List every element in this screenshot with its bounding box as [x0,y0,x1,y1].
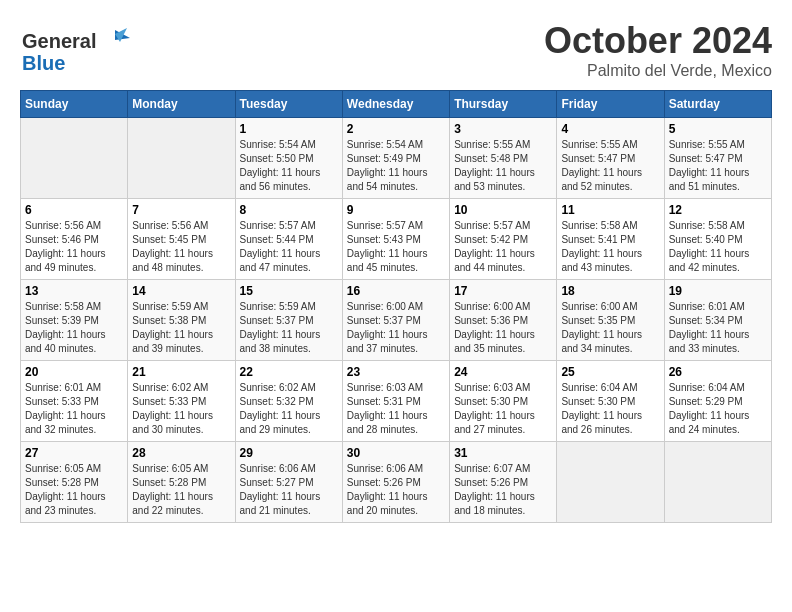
day-info: Sunrise: 5:55 AMSunset: 5:48 PMDaylight:… [454,138,552,194]
week-row-3: 13Sunrise: 5:58 AMSunset: 5:39 PMDayligh… [21,280,772,361]
weekday-header-thursday: Thursday [450,91,557,118]
day-cell: 23Sunrise: 6:03 AMSunset: 5:31 PMDayligh… [342,361,449,442]
day-cell: 29Sunrise: 6:06 AMSunset: 5:27 PMDayligh… [235,442,342,523]
day-info: Sunrise: 5:55 AMSunset: 5:47 PMDaylight:… [669,138,767,194]
day-cell: 3Sunrise: 5:55 AMSunset: 5:48 PMDaylight… [450,118,557,199]
day-info: Sunrise: 6:05 AMSunset: 5:28 PMDaylight:… [25,462,123,518]
day-number: 2 [347,122,445,136]
day-info: Sunrise: 6:04 AMSunset: 5:30 PMDaylight:… [561,381,659,437]
day-info: Sunrise: 6:00 AMSunset: 5:37 PMDaylight:… [347,300,445,356]
day-cell [557,442,664,523]
day-number: 15 [240,284,338,298]
week-row-4: 20Sunrise: 6:01 AMSunset: 5:33 PMDayligh… [21,361,772,442]
day-number: 25 [561,365,659,379]
day-info: Sunrise: 6:06 AMSunset: 5:27 PMDaylight:… [240,462,338,518]
svg-text:General: General [22,30,96,52]
svg-marker-3 [115,28,127,42]
location: Palmito del Verde, Mexico [544,62,772,80]
day-number: 7 [132,203,230,217]
day-number: 3 [454,122,552,136]
day-number: 14 [132,284,230,298]
day-number: 4 [561,122,659,136]
day-cell: 7Sunrise: 5:56 AMSunset: 5:45 PMDaylight… [128,199,235,280]
title-area: October 2024 Palmito del Verde, Mexico [544,20,772,80]
day-cell: 6Sunrise: 5:56 AMSunset: 5:46 PMDaylight… [21,199,128,280]
day-info: Sunrise: 6:03 AMSunset: 5:30 PMDaylight:… [454,381,552,437]
day-info: Sunrise: 6:02 AMSunset: 5:33 PMDaylight:… [132,381,230,437]
day-number: 22 [240,365,338,379]
calendar-table: SundayMondayTuesdayWednesdayThursdayFrid… [20,90,772,523]
logo: General Blue [20,20,130,75]
day-info: Sunrise: 6:00 AMSunset: 5:36 PMDaylight:… [454,300,552,356]
day-info: Sunrise: 6:00 AMSunset: 5:35 PMDaylight:… [561,300,659,356]
day-number: 29 [240,446,338,460]
day-info: Sunrise: 6:05 AMSunset: 5:28 PMDaylight:… [132,462,230,518]
day-number: 18 [561,284,659,298]
week-row-1: 1Sunrise: 5:54 AMSunset: 5:50 PMDaylight… [21,118,772,199]
day-cell: 5Sunrise: 5:55 AMSunset: 5:47 PMDaylight… [664,118,771,199]
day-number: 6 [25,203,123,217]
day-cell: 8Sunrise: 5:57 AMSunset: 5:44 PMDaylight… [235,199,342,280]
day-number: 1 [240,122,338,136]
day-number: 27 [25,446,123,460]
day-cell: 15Sunrise: 5:59 AMSunset: 5:37 PMDayligh… [235,280,342,361]
header: General Blue October 2024 Palmito del Ve… [20,20,772,80]
svg-text:Blue: Blue [22,52,65,74]
day-number: 23 [347,365,445,379]
day-cell [128,118,235,199]
month-title: October 2024 [544,20,772,62]
day-info: Sunrise: 5:54 AMSunset: 5:49 PMDaylight:… [347,138,445,194]
weekday-header-friday: Friday [557,91,664,118]
day-cell: 12Sunrise: 5:58 AMSunset: 5:40 PMDayligh… [664,199,771,280]
day-cell: 16Sunrise: 6:00 AMSunset: 5:37 PMDayligh… [342,280,449,361]
day-cell: 14Sunrise: 5:59 AMSunset: 5:38 PMDayligh… [128,280,235,361]
day-cell: 22Sunrise: 6:02 AMSunset: 5:32 PMDayligh… [235,361,342,442]
weekday-header-row: SundayMondayTuesdayWednesdayThursdayFrid… [21,91,772,118]
day-cell: 19Sunrise: 6:01 AMSunset: 5:34 PMDayligh… [664,280,771,361]
weekday-header-sunday: Sunday [21,91,128,118]
day-info: Sunrise: 6:03 AMSunset: 5:31 PMDaylight:… [347,381,445,437]
day-info: Sunrise: 5:56 AMSunset: 5:46 PMDaylight:… [25,219,123,275]
day-number: 24 [454,365,552,379]
day-number: 10 [454,203,552,217]
day-number: 16 [347,284,445,298]
day-cell: 27Sunrise: 6:05 AMSunset: 5:28 PMDayligh… [21,442,128,523]
day-cell [21,118,128,199]
day-cell: 10Sunrise: 5:57 AMSunset: 5:42 PMDayligh… [450,199,557,280]
day-number: 19 [669,284,767,298]
day-number: 8 [240,203,338,217]
day-cell: 1Sunrise: 5:54 AMSunset: 5:50 PMDaylight… [235,118,342,199]
day-cell: 18Sunrise: 6:00 AMSunset: 5:35 PMDayligh… [557,280,664,361]
day-cell [664,442,771,523]
day-number: 26 [669,365,767,379]
day-info: Sunrise: 5:57 AMSunset: 5:42 PMDaylight:… [454,219,552,275]
day-number: 5 [669,122,767,136]
day-number: 9 [347,203,445,217]
day-number: 30 [347,446,445,460]
day-info: Sunrise: 5:56 AMSunset: 5:45 PMDaylight:… [132,219,230,275]
day-cell: 30Sunrise: 6:06 AMSunset: 5:26 PMDayligh… [342,442,449,523]
day-info: Sunrise: 5:57 AMSunset: 5:44 PMDaylight:… [240,219,338,275]
day-number: 13 [25,284,123,298]
logo-svg: General Blue [20,20,130,75]
week-row-2: 6Sunrise: 5:56 AMSunset: 5:46 PMDaylight… [21,199,772,280]
day-number: 17 [454,284,552,298]
day-info: Sunrise: 5:58 AMSunset: 5:40 PMDaylight:… [669,219,767,275]
day-number: 28 [132,446,230,460]
weekday-header-tuesday: Tuesday [235,91,342,118]
day-cell: 25Sunrise: 6:04 AMSunset: 5:30 PMDayligh… [557,361,664,442]
day-info: Sunrise: 5:58 AMSunset: 5:41 PMDaylight:… [561,219,659,275]
day-info: Sunrise: 6:01 AMSunset: 5:33 PMDaylight:… [25,381,123,437]
day-info: Sunrise: 5:55 AMSunset: 5:47 PMDaylight:… [561,138,659,194]
day-cell: 4Sunrise: 5:55 AMSunset: 5:47 PMDaylight… [557,118,664,199]
day-cell: 21Sunrise: 6:02 AMSunset: 5:33 PMDayligh… [128,361,235,442]
day-cell: 9Sunrise: 5:57 AMSunset: 5:43 PMDaylight… [342,199,449,280]
day-info: Sunrise: 6:06 AMSunset: 5:26 PMDaylight:… [347,462,445,518]
day-info: Sunrise: 5:54 AMSunset: 5:50 PMDaylight:… [240,138,338,194]
day-cell: 17Sunrise: 6:00 AMSunset: 5:36 PMDayligh… [450,280,557,361]
day-info: Sunrise: 5:59 AMSunset: 5:38 PMDaylight:… [132,300,230,356]
weekday-header-wednesday: Wednesday [342,91,449,118]
day-number: 12 [669,203,767,217]
day-info: Sunrise: 6:01 AMSunset: 5:34 PMDaylight:… [669,300,767,356]
day-number: 31 [454,446,552,460]
